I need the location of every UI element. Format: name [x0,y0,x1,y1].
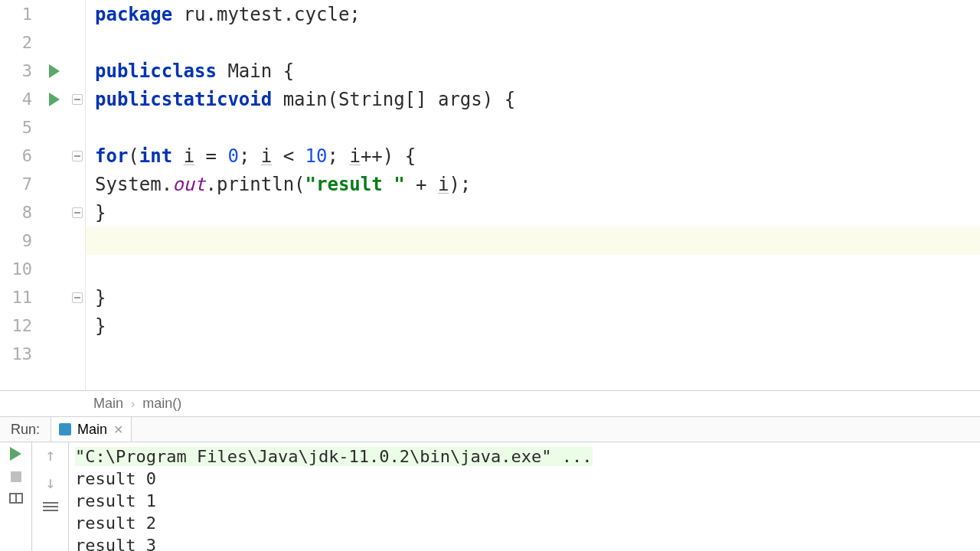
fold-gutter [69,0,86,390]
run-line-icon[interactable] [49,64,60,78]
fold-toggle-icon[interactable] [72,151,83,161]
run-panel-label: Run: [0,422,51,438]
stop-icon[interactable] [11,471,21,482]
arrow-down-icon[interactable]: ↓ [45,474,55,491]
chevron-right-icon: › [131,397,135,411]
console-line: result 1 [75,491,156,510]
close-icon[interactable]: ✕ [113,422,123,437]
layout-icon[interactable] [9,493,23,504]
line-number[interactable]: 5 [0,113,40,142]
code-line[interactable]: System.out.println("result " + i); [86,170,980,198]
line-number[interactable]: 1 [0,0,40,28]
line-number[interactable]: 10 [0,255,40,283]
line-number[interactable]: 6 [0,142,40,170]
fold-toggle-icon[interactable] [72,94,83,105]
rerun-icon[interactable] [10,447,21,461]
run-line-icon[interactable] [49,93,60,106]
code-line[interactable]: } [86,283,980,311]
line-number-gutter: 1 2 3 4 5 6 7 8 9 10 11 12 13 [0,0,40,390]
console-line: result 2 [75,514,156,533]
run-tab-name: Main [77,422,107,438]
code-line-current[interactable] [86,227,980,255]
breadcrumb: Main › main() [0,390,980,416]
line-number[interactable]: 12 [0,311,40,340]
code-line[interactable] [86,28,980,57]
code-line[interactable]: public static void main(String[] args) { [86,85,980,113]
line-number[interactable]: 13 [0,340,40,368]
console-line: result 3 [75,536,156,551]
code-line[interactable]: package ru.mytest.cycle; [86,0,980,28]
run-panel-header: Run: Main ✕ [0,416,980,442]
soft-wrap-icon[interactable] [43,502,58,513]
java-app-icon [59,423,71,435]
code-line[interactable] [86,340,980,368]
line-number[interactable]: 8 [0,198,40,227]
code-line[interactable]: for(int i = 0; i < 10; i++) { [86,142,980,170]
breadcrumb-item[interactable]: main() [142,396,181,412]
run-marker-gutter [40,0,69,390]
fold-toggle-icon[interactable] [72,207,83,218]
ide-root: 1 2 3 4 5 6 7 8 9 10 11 12 13 [0,0,980,551]
breadcrumb-item[interactable]: Main [93,396,123,412]
line-number[interactable]: 11 [0,283,40,311]
fold-toggle-icon[interactable] [72,292,83,303]
code-line[interactable] [86,113,980,142]
line-number[interactable]: 4 [0,85,40,113]
line-number[interactable]: 3 [0,57,40,85]
code-line[interactable]: } [86,311,980,340]
line-number[interactable]: 7 [0,170,40,198]
arrow-up-icon[interactable]: ↑ [45,447,55,464]
line-number[interactable]: 2 [0,28,40,57]
line-number[interactable]: 9 [0,227,40,255]
code-line[interactable] [86,255,980,283]
code-line[interactable]: public class Main { [86,57,980,85]
console-command: "C:\Program Files\Java\jdk-11.0.2\bin\ja… [75,447,593,466]
console-output[interactable]: "C:\Program Files\Java\jdk-11.0.2\bin\ja… [69,442,980,551]
run-tools-secondary: ↑ ↓ [32,442,69,551]
code-area[interactable]: package ru.mytest.cycle; public class Ma… [86,0,980,390]
run-tools-primary [0,442,32,551]
console-line: result 0 [75,469,156,488]
editor-pane: 1 2 3 4 5 6 7 8 9 10 11 12 13 [0,0,980,390]
run-panel-body: ↑ ↓ "C:\Program Files\Java\jdk-11.0.2\bi… [0,442,980,551]
run-tab[interactable]: Main ✕ [51,417,132,442]
code-line[interactable]: } [86,198,980,227]
